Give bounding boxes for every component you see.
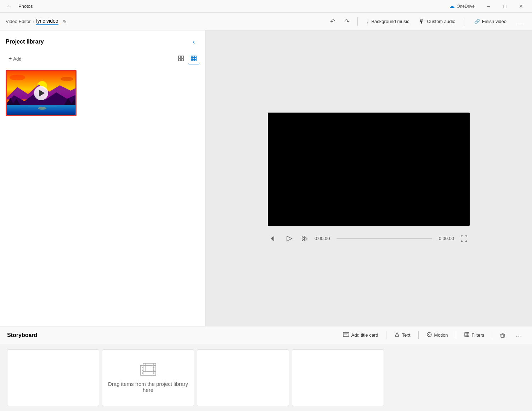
media-item[interactable] xyxy=(6,70,77,116)
finish-video-label: Finish video xyxy=(482,19,506,24)
svg-rect-28 xyxy=(273,236,274,241)
svg-rect-12 xyxy=(195,59,196,61)
grid-small-view-button[interactable] xyxy=(188,53,199,64)
video-preview xyxy=(268,113,470,226)
svg-rect-4 xyxy=(191,56,193,57)
edit-project-name-icon[interactable]: ✎ xyxy=(63,19,67,24)
text-svg xyxy=(394,332,400,337)
svg-rect-55 xyxy=(142,372,143,374)
grid-large-icon xyxy=(178,56,184,61)
play-button-overlay[interactable] xyxy=(34,86,48,100)
motion-button[interactable]: Motion xyxy=(423,329,452,341)
undo-button[interactable]: ↶ xyxy=(326,15,339,28)
svg-marker-30 xyxy=(302,236,305,241)
onedrive-label: OneDrive xyxy=(457,4,475,9)
background-music-button[interactable]: ♩ Background music xyxy=(362,15,413,28)
view-toggle xyxy=(175,53,199,64)
media-grid xyxy=(6,70,199,116)
storyboard-divider-2 xyxy=(418,331,419,339)
filters-button[interactable]: Filters xyxy=(460,329,488,341)
svg-rect-9 xyxy=(195,58,196,59)
storyboard-divider-4 xyxy=(492,331,492,339)
text-icon xyxy=(394,332,400,339)
main-layout: Project library ‹ + Add xyxy=(0,30,532,326)
motion-svg xyxy=(426,332,432,337)
delete-button[interactable] xyxy=(497,329,509,341)
panel-toolbar: + Add xyxy=(6,53,199,64)
storyboard-divider-3 xyxy=(456,331,456,339)
toolbar-divider-1 xyxy=(357,17,358,26)
storyboard-divider-1 xyxy=(386,331,386,339)
fullscreen-icon xyxy=(461,235,467,242)
add-media-button[interactable]: + Add xyxy=(6,54,24,63)
storyboard-more-button[interactable]: … xyxy=(513,329,525,341)
fullscreen-button[interactable] xyxy=(458,233,470,244)
svg-rect-2 xyxy=(179,59,181,61)
main-toolbar: Video Editor › lyric video ✎ ↶ ↷ ♩ Backg… xyxy=(0,13,532,30)
current-time: 0:00.00 xyxy=(315,236,332,241)
close-button[interactable]: ✕ xyxy=(513,0,529,13)
audio-icon: 🎙 xyxy=(419,18,425,25)
storyboard-slot-1 xyxy=(7,349,99,406)
minimize-button[interactable]: − xyxy=(480,0,497,13)
storyboard-header: Storyboard Add title card Text xyxy=(0,326,532,344)
storyboard-content: Drag items from the project library here xyxy=(0,344,532,411)
grid-large-view-button[interactable] xyxy=(175,53,187,64)
toolbar-divider-2 xyxy=(464,17,464,26)
breadcrumb-current: lyric video xyxy=(36,18,58,25)
storyboard-slot-3 xyxy=(197,349,289,406)
step-forward-button[interactable] xyxy=(299,233,310,244)
preview-panel: 0:00.00 0:00.00 xyxy=(205,30,532,326)
motion-label: Motion xyxy=(434,332,448,338)
collapse-panel-button[interactable]: ‹ xyxy=(188,36,199,47)
finish-video-button[interactable]: 🔗 Finish video xyxy=(469,15,512,28)
add-title-card-label: Add title card xyxy=(351,332,378,338)
rewind-button[interactable] xyxy=(268,233,279,244)
trash-icon xyxy=(500,332,505,338)
custom-audio-button[interactable]: 🎙 Custom audio xyxy=(415,15,459,28)
title-bar: ← Photos ☁ OneDrive − □ ✕ xyxy=(0,0,532,13)
svg-rect-3 xyxy=(181,59,183,61)
svg-rect-7 xyxy=(191,58,193,59)
svg-rect-8 xyxy=(193,58,194,59)
text-button[interactable]: Text xyxy=(391,329,414,341)
app-name: Photos xyxy=(18,4,33,9)
music-icon: ♩ xyxy=(366,18,369,25)
playback-controls: 0:00.00 0:00.00 xyxy=(268,233,470,244)
svg-marker-29 xyxy=(287,236,292,241)
svg-point-15 xyxy=(10,75,25,80)
svg-rect-11 xyxy=(193,59,194,61)
background-music-label: Background music xyxy=(371,19,409,24)
breadcrumb-parent[interactable]: Video Editor xyxy=(6,19,31,24)
play-icon xyxy=(285,235,293,242)
add-title-card-button[interactable]: Add title card xyxy=(339,329,382,341)
storyboard-drop-zone[interactable]: Drag items from the project library here xyxy=(102,349,194,406)
plus-icon: + xyxy=(9,56,12,62)
share-icon: 🔗 xyxy=(474,19,480,24)
storyboard-title: Storyboard xyxy=(7,332,335,338)
svg-rect-32 xyxy=(343,332,349,337)
play-button[interactable] xyxy=(283,233,295,244)
storyboard: Storyboard Add title card Text xyxy=(0,326,532,411)
filters-svg xyxy=(464,332,470,337)
maximize-button[interactable]: □ xyxy=(497,0,513,13)
custom-audio-label: Custom audio xyxy=(427,19,455,24)
play-triangle-icon xyxy=(39,90,45,97)
svg-marker-35 xyxy=(395,332,399,336)
svg-point-16 xyxy=(61,77,73,81)
redo-button[interactable]: ↷ xyxy=(340,15,353,28)
svg-rect-6 xyxy=(195,56,196,57)
svg-marker-27 xyxy=(271,236,273,241)
back-button[interactable]: ← xyxy=(3,0,16,13)
total-time: 0:00.00 xyxy=(436,236,454,241)
progress-bar[interactable] xyxy=(336,238,432,239)
rewind-icon xyxy=(270,235,277,242)
toolbar-more-button[interactable]: … xyxy=(514,15,526,28)
svg-rect-58 xyxy=(153,372,154,374)
svg-rect-5 xyxy=(193,56,194,57)
panel-title: Project library xyxy=(6,39,44,45)
svg-rect-38 xyxy=(465,332,469,337)
title-card-svg xyxy=(343,332,349,337)
film-icon xyxy=(140,363,157,377)
add-label: Add xyxy=(13,56,21,62)
